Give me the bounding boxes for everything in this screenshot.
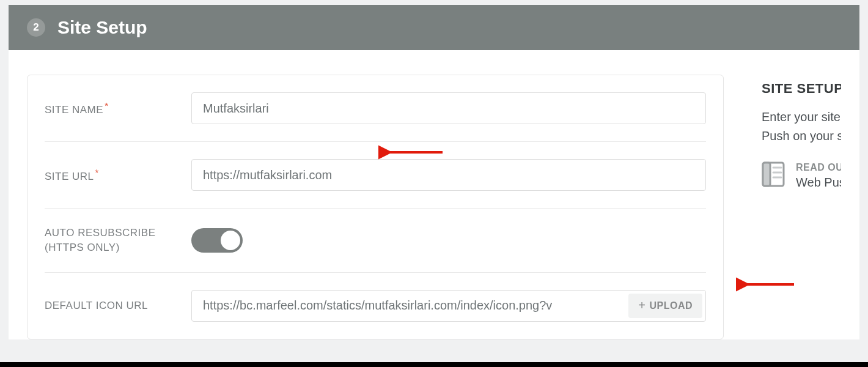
required-asterisk: * xyxy=(95,167,99,177)
form-panel: SITE NAME* SITE URL* AUTO RESUBSCRIBE (H… xyxy=(27,75,724,339)
site-url-input[interactable] xyxy=(191,159,706,191)
site-url-label: SITE URL* xyxy=(45,166,191,184)
kb-sub: Web Pus xyxy=(796,176,841,190)
default-icon-label: DEFAULT ICON URL xyxy=(45,298,191,313)
site-name-input[interactable] xyxy=(191,92,706,124)
row-auto-resubscribe: AUTO RESUBSCRIBE (HTTPS ONLY) xyxy=(45,209,706,273)
row-site-name: SITE NAME* xyxy=(45,75,706,142)
site-name-label: SITE NAME* xyxy=(45,99,191,117)
required-asterisk: * xyxy=(105,100,108,111)
help-title: SITE SETUP xyxy=(762,81,841,97)
row-site-url: SITE URL* xyxy=(45,142,706,209)
auto-resubscribe-label: AUTO RESUBSCRIBE (HTTPS ONLY) xyxy=(45,226,191,255)
section-header: 2 Site Setup xyxy=(9,5,859,50)
plus-icon: + xyxy=(638,298,645,313)
auto-resubscribe-toggle[interactable] xyxy=(191,228,243,253)
toggle-knob xyxy=(221,231,240,250)
content-area: SITE NAME* SITE URL* AUTO RESUBSCRIBE (H… xyxy=(9,50,859,339)
kb-title: READ OU xyxy=(796,161,841,174)
upload-button[interactable]: + UPLOAD xyxy=(628,294,702,318)
book-icon xyxy=(762,161,785,187)
knowledge-base-row[interactable]: READ OU Web Pus xyxy=(762,161,841,190)
help-text: Enter your site Push on your s xyxy=(762,108,841,146)
svg-rect-1 xyxy=(763,163,770,186)
help-panel: SITE SETUP Enter your site Push on your … xyxy=(724,75,841,339)
bottom-border xyxy=(0,362,868,367)
step-number-badge: 2 xyxy=(27,18,45,37)
section-title: Site Setup xyxy=(57,17,147,38)
row-default-icon: DEFAULT ICON URL + UPLOAD xyxy=(45,273,706,339)
